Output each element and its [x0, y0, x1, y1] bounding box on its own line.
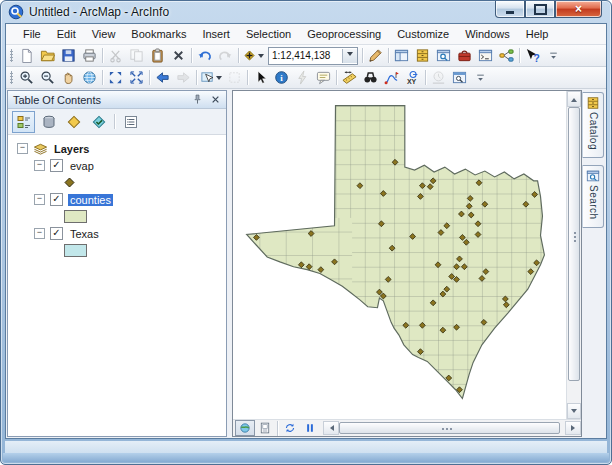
save-button[interactable] — [58, 45, 79, 66]
zoom-out-button[interactable] — [37, 67, 58, 88]
delete-button[interactable] — [168, 45, 189, 66]
minimize-button[interactable] — [495, 1, 525, 18]
pause-drawing-button[interactable] — [300, 420, 320, 436]
toc-options-button[interactable] — [119, 111, 142, 133]
find-route-button[interactable] — [381, 67, 402, 88]
layout-view-button[interactable] — [255, 420, 275, 436]
new-document-button[interactable] — [16, 45, 37, 66]
refresh-view-button[interactable] — [280, 420, 300, 436]
list-order-icon — [16, 114, 32, 130]
toc-root-row[interactable]: −Layers — [8, 140, 226, 157]
add-data-button[interactable] — [241, 45, 266, 66]
dock-tab-catalog[interactable]: Catalog — [582, 92, 604, 158]
select-elements-button[interactable] — [250, 67, 271, 88]
select-features-button[interactable] — [199, 67, 224, 88]
menu-geoprocessing[interactable]: Geoprocessing — [299, 25, 389, 43]
python-window-button[interactable] — [475, 45, 496, 66]
menu-bookmarks[interactable]: Bookmarks — [123, 25, 194, 43]
full-extent-button[interactable] — [79, 67, 100, 88]
fill-symbol-counties[interactable] — [64, 210, 87, 223]
print-button[interactable] — [79, 45, 100, 66]
list-by-selection-button[interactable] — [87, 111, 110, 133]
fixed-zoom-in-button[interactable] — [105, 67, 126, 88]
refresh-icon — [284, 422, 296, 434]
map-canvas[interactable] — [233, 91, 566, 419]
collapse-icon[interactable]: − — [34, 194, 45, 205]
undo-button[interactable] — [194, 45, 215, 66]
find-button[interactable] — [360, 67, 381, 88]
vertical-scroll-thumb[interactable] — [568, 107, 580, 381]
layer-checkbox-evap[interactable]: ✓ — [50, 159, 63, 172]
menu-insert[interactable]: Insert — [194, 25, 238, 43]
layer-label-Texas[interactable]: Texas — [68, 228, 101, 240]
vertical-scrollbar[interactable] — [566, 91, 581, 419]
standard-toolbar-overflow-button[interactable] — [543, 45, 564, 66]
identify-button[interactable]: i — [271, 67, 292, 88]
menu-selection[interactable]: Selection — [238, 25, 299, 43]
editor-button[interactable] — [365, 45, 386, 66]
paste-button[interactable] — [147, 45, 168, 66]
menu-customize[interactable]: Customize — [389, 25, 457, 43]
layer-label-counties[interactable]: counties — [68, 194, 113, 206]
tools-toolbar-overflow-button[interactable] — [470, 67, 491, 88]
html-popup-button[interactable] — [313, 67, 334, 88]
select-features-dropdown-arrow[interactable] — [216, 76, 222, 83]
table-of-contents-window-button[interactable] — [391, 45, 412, 66]
delete-x-icon — [171, 48, 186, 63]
menu-help[interactable]: Help — [518, 25, 557, 43]
menu-file[interactable]: File — [15, 25, 49, 43]
menu-edit[interactable]: Edit — [49, 25, 84, 43]
go-back-extent-button[interactable] — [152, 67, 173, 88]
scroll-up-button[interactable] — [567, 91, 581, 107]
list-by-source-button[interactable] — [37, 111, 60, 133]
layer-checkbox-counties[interactable]: ✓ — [50, 193, 63, 206]
layout-view-icon — [259, 422, 271, 434]
horizontal-scrollbar[interactable] — [323, 421, 581, 435]
search-window-button[interactable] — [433, 45, 454, 66]
map-view-frame — [232, 90, 582, 437]
create-viewer-window-button[interactable] — [449, 67, 470, 88]
toolbar-grip[interactable] — [9, 49, 14, 62]
go-to-xy-button[interactable]: XY — [402, 67, 423, 88]
horizontal-scroll-track[interactable] — [339, 421, 565, 435]
fill-symbol-Texas[interactable] — [64, 244, 87, 257]
redo-arrow-icon — [218, 48, 233, 63]
list-by-visibility-button[interactable] — [62, 111, 85, 133]
collapse-icon[interactable]: − — [34, 160, 45, 171]
maximize-button[interactable] — [525, 1, 555, 18]
horizontal-scroll-thumb[interactable] — [339, 422, 560, 434]
fixed-zoom-in-icon — [108, 70, 123, 85]
whats-this-help-button[interactable]: ? — [522, 45, 543, 66]
scroll-right-button[interactable] — [565, 421, 581, 435]
toc-pin-button[interactable] — [190, 93, 205, 107]
layer-label-evap[interactable]: evap — [68, 160, 96, 172]
arctoolbox-button[interactable] — [454, 45, 475, 66]
toolbar-grip[interactable] — [9, 71, 14, 84]
scroll-down-button[interactable] — [567, 403, 581, 419]
list-by-drawing-order-button[interactable] — [12, 111, 35, 133]
vertical-scroll-track[interactable] — [567, 107, 581, 403]
pan-button[interactable] — [58, 67, 79, 88]
fixed-zoom-out-button[interactable] — [126, 67, 147, 88]
close-button[interactable]: × — [555, 1, 602, 18]
point-symbol-evap[interactable] — [64, 177, 75, 188]
modelbuilder-button[interactable] — [496, 45, 517, 66]
map-scale-dropdown-button[interactable] — [342, 49, 357, 63]
catalog-window-button[interactable] — [412, 45, 433, 66]
scroll-left-button[interactable] — [323, 421, 339, 435]
collapse-icon[interactable]: − — [17, 143, 28, 154]
dock-tab-search[interactable]: Search — [582, 165, 604, 228]
menu-bar: FileEditViewBookmarksInsertSelectionGeop… — [6, 24, 606, 45]
toc-close-button[interactable] — [208, 93, 223, 107]
zoom-in-button[interactable] — [16, 67, 37, 88]
data-view-button[interactable] — [235, 420, 255, 436]
menu-view[interactable]: View — [84, 25, 124, 43]
measure-button[interactable] — [339, 67, 360, 88]
layer-checkbox-Texas[interactable]: ✓ — [50, 227, 63, 240]
collapse-icon[interactable]: − — [34, 228, 45, 239]
map-scale-input[interactable] — [269, 50, 342, 61]
menu-windows[interactable]: Windows — [457, 25, 518, 43]
layers-group-icon — [33, 141, 48, 156]
add-data-dropdown-arrow[interactable] — [258, 54, 264, 61]
open-button[interactable] — [37, 45, 58, 66]
